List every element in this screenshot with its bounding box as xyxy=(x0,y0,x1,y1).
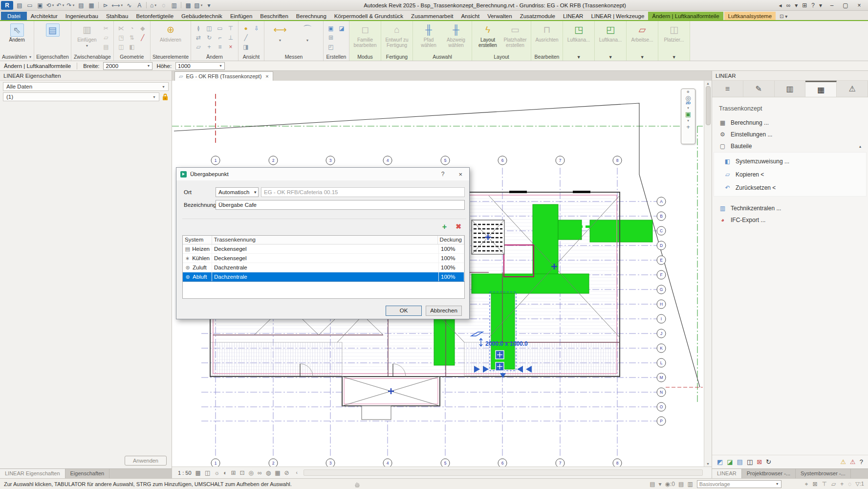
chevron-down-icon[interactable]: ▼ xyxy=(62,4,65,7)
design-options-list-icon[interactable]: ▥ xyxy=(687,481,693,488)
constraints-icon[interactable]: ⊘ xyxy=(284,469,289,476)
bottom-tab-eigenschaften[interactable]: Eigenschaften xyxy=(65,469,110,478)
breite-combo[interactable]: 2000 ▼ xyxy=(103,62,152,70)
ribbon-tab-ingenieurbau[interactable]: Ingenieurbau xyxy=(62,12,102,20)
view-tab-close-icon[interactable]: × xyxy=(265,73,268,79)
panel-label[interactable]: Auswählen▼ xyxy=(0,53,34,61)
array-icon[interactable]: ◫ xyxy=(205,24,214,32)
worksets-dd-icon[interactable]: ▾ xyxy=(659,481,662,488)
search-dd-icon[interactable]: ▾ xyxy=(795,2,798,9)
trassenkennung-cell[interactable]: Dachzentrale xyxy=(212,263,439,272)
chevron-down-icon[interactable]: ▼ xyxy=(776,482,779,486)
selection-ring-icon[interactable]: ◌ xyxy=(848,481,851,488)
measure-icon[interactable]: ⟷▼ xyxy=(111,1,124,10)
navigation-bar[interactable]: ⊗◎2D▾▣▾+ xyxy=(681,89,695,144)
panel-label[interactable]: Fertigung xyxy=(381,53,412,61)
visual-style-icon[interactable]: ◫ xyxy=(205,469,210,476)
redo-icon[interactable]: ↷▼ xyxy=(66,1,76,10)
linear-duct-delete-icon[interactable]: ⊠ xyxy=(757,458,762,466)
ribbon-tab-körpermodell-grundstück[interactable]: Körpermodell & Grundstück xyxy=(330,12,407,20)
chevron-down-icon[interactable]: ▼ xyxy=(72,4,75,7)
table-row-zuluft[interactable]: ⊛ZuluftDachzentrale100% xyxy=(183,263,464,272)
deckung-cell[interactable]: 100% xyxy=(439,254,464,263)
cut-geometry-icon[interactable]: ◳ xyxy=(117,33,126,42)
panel-label[interactable]: Ansicht xyxy=(239,53,264,61)
panel-help-icon[interactable]: ? xyxy=(860,458,863,466)
collapse-icon[interactable]: ▴ xyxy=(859,144,861,149)
table-row-kühlen[interactable]: ∗KühlenDeckensegel100% xyxy=(183,254,464,263)
select-branch-button[interactable]: ╫Abzweig wählen xyxy=(443,23,469,48)
column-header-trassenkennung[interactable]: Trassenkennung xyxy=(212,236,438,244)
cope-icon[interactable]: ⋉ xyxy=(117,24,126,32)
worksets-icon[interactable]: ▤ xyxy=(650,481,655,488)
linear-duct-icon[interactable]: ◫ xyxy=(747,458,753,466)
create-assembly-icon[interactable]: ◰ xyxy=(326,43,335,51)
view-tab[interactable]: ▱ EG - OK RFB (Trassenkonzept) × xyxy=(174,71,273,81)
close-inactive-views-icon[interactable]: ▩ xyxy=(183,1,193,10)
tab-edit[interactable]: ✎ xyxy=(743,81,775,97)
close-button[interactable]: × xyxy=(852,0,866,10)
panel-label[interactable]: Layout xyxy=(472,53,531,61)
rotate-icon[interactable]: ↻ xyxy=(205,33,214,42)
customize-qat-icon[interactable]: ▾ xyxy=(204,1,214,10)
trassenkennung-cell[interactable]: Dachzentrale xyxy=(212,272,439,281)
wall-joins-icon[interactable]: ◧ xyxy=(128,43,136,51)
tab-menu[interactable]: ≡ xyxy=(712,81,743,97)
linear-zone-icon[interactable]: ◪ xyxy=(727,458,733,466)
temporary-view-properties-icon[interactable]: ◍ xyxy=(266,469,271,476)
chevron-down-icon[interactable]: ▼ xyxy=(152,95,156,99)
bottom-tab-linear-eigenschaften[interactable]: LINEAR Eigenschaften xyxy=(0,469,65,478)
print-icon[interactable]: ▤ xyxy=(76,1,86,10)
warning-new-icon[interactable]: ⚠ xyxy=(840,458,846,466)
chevron-down-icon[interactable]: ▼ xyxy=(162,85,165,89)
ort-mode-combo[interactable]: Automatisch ▼ xyxy=(216,187,259,197)
ort-location-field[interactable]: EG - OK RFB/Cafeteria 00.15 xyxy=(261,187,465,197)
paint-icon[interactable]: ╱ xyxy=(138,33,147,42)
file-properties-icon[interactable]: ▤ xyxy=(15,1,24,10)
ribbon-tab-datei[interactable]: Datei xyxy=(1,12,27,20)
properties-filter-combo[interactable]: Alle Daten ▼ xyxy=(3,82,169,91)
search-binoculars-icon[interactable]: ∞ xyxy=(786,2,791,9)
workplane-panel-button[interactable]: ▱Arbeitse... xyxy=(629,23,655,43)
chevron-down-icon[interactable]: ▼ xyxy=(306,38,309,43)
tab-warnings[interactable]: ⚠ xyxy=(837,81,868,97)
edit-family-button[interactable]: ◻Familie bearbeiten xyxy=(352,23,378,48)
ribbon-tab-linear[interactable]: LINEAR xyxy=(559,12,587,20)
einstellungen-item[interactable]: ⚙Einstellungen ... xyxy=(712,129,868,140)
collapse-icon[interactable]: ◂ xyxy=(779,2,782,9)
modify-button[interactable]: ⇖Ändern xyxy=(4,23,30,43)
chevron-down-icon[interactable]: ▼ xyxy=(28,55,32,59)
create-group-icon[interactable]: ⊞ xyxy=(326,33,335,42)
deckung-cell[interactable]: 100% xyxy=(439,244,464,253)
cut-icon[interactable]: ✂ xyxy=(102,24,110,32)
cancel-button[interactable]: Abbrechen xyxy=(426,306,462,316)
dialog-help-icon[interactable]: ? xyxy=(441,171,445,178)
wheel-dd-icon[interactable]: ▾ xyxy=(687,106,689,110)
sun-path-icon[interactable]: ☼ xyxy=(214,469,219,476)
insulation-icon[interactable]: ◪ xyxy=(337,24,346,32)
dialog-title-bar[interactable]: Übergabepunkt ? × xyxy=(176,168,469,180)
chevron-down-icon[interactable]: ▼ xyxy=(154,4,157,7)
sheet-icon[interactable]: ▥ xyxy=(169,1,179,10)
select-pinned-icon[interactable]: ⊤ xyxy=(822,481,827,488)
bottom-tab-linear[interactable]: LINEAR xyxy=(712,469,742,478)
ribbon-tab-linear-werkzeuge[interactable]: LINEAR | Werkzeuge xyxy=(587,12,648,20)
panel-label[interactable]: ▾ xyxy=(595,53,626,61)
design-to-fabrication-button[interactable]: ⌂Entwurf zu Fertigung xyxy=(384,23,410,48)
ribbon-tab-verwalten[interactable]: Verwalten xyxy=(483,12,516,20)
trassenkennung-cell[interactable]: Deckensegel xyxy=(212,244,439,253)
table-row-heizen[interactable]: ▤HeizenDeckensegel100% xyxy=(183,244,464,254)
systemzuweisung-item[interactable]: ◧Systemzuweisung ... xyxy=(714,155,866,168)
panel-label[interactable]: Messen xyxy=(264,53,323,61)
tab-calculation[interactable]: ▦ xyxy=(805,81,837,97)
worksharing-display-icon[interactable]: ▦ xyxy=(275,469,280,476)
ifc-export-item[interactable]: ◕IFC-Export ... xyxy=(712,214,868,226)
crop-view-icon[interactable]: ⊞ xyxy=(231,469,236,476)
spline-icon[interactable]: ∿ xyxy=(124,1,134,10)
table-row-abluft[interactable]: ⊛AbluftDachzentrale100% xyxy=(183,272,464,282)
drag-on-selection-icon[interactable]: + xyxy=(840,481,844,488)
chevron-down-icon[interactable]: ▼ xyxy=(85,43,88,48)
detail-level-icon[interactable]: ▩ xyxy=(195,469,201,476)
cut-profile-icon[interactable]: ◨ xyxy=(241,43,250,51)
zuruecksetzen-item[interactable]: ↶Zurücksetzen < xyxy=(714,181,866,194)
